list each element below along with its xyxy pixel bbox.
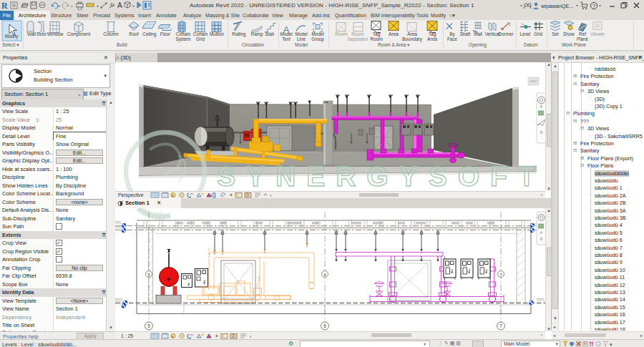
svg-text:Area: Area <box>427 36 437 41</box>
svg-text:Model: Model <box>311 31 323 36</box>
svg-text:5: 5 <box>147 323 150 328</box>
svg-text:Room: Room <box>370 36 383 41</box>
svg-text:Dormer: Dormer <box>499 31 514 36</box>
svg-text:‹: ‹ <box>270 193 272 198</box>
svg-text:7: 7 <box>499 323 502 328</box>
svg-text:A: A <box>117 1 122 9</box>
svg-text:SYNERGYSOFT: SYNERGYSOFT <box>217 161 545 191</box>
svg-text:Line: Line <box>297 36 306 41</box>
svg-text:?: ? <box>592 3 596 9</box>
svg-text:Group: Group <box>311 36 324 42</box>
svg-text:Boundary: Boundary <box>402 36 423 42</box>
svg-text:Level: Level <box>519 31 530 36</box>
svg-text:Railing: Railing <box>232 31 246 37</box>
svg-text:x: x <box>172 334 174 338</box>
svg-text:Roof: Roof <box>129 31 139 36</box>
svg-text:‹: ‹ <box>250 333 252 338</box>
svg-text:Text: Text <box>282 36 291 41</box>
svg-text:Viewer: Viewer <box>590 31 605 36</box>
svg-text:x: x <box>172 193 174 197</box>
svg-text:Wall: Wall <box>474 31 482 36</box>
svg-text:Area: Area <box>389 31 399 36</box>
svg-text:A: A <box>283 24 290 35</box>
svg-text:Vertical: Vertical <box>485 31 500 36</box>
svg-text:R: R <box>1 1 8 10</box>
svg-text:Ceiling: Ceiling <box>142 31 157 37</box>
svg-text:Wall: Wall <box>27 31 36 36</box>
svg-text:Set: Set <box>552 31 559 36</box>
svg-text:WDF: WDF <box>530 79 537 83</box>
svg-text:Area: Area <box>407 31 417 36</box>
svg-text:Room: Room <box>335 31 348 36</box>
svg-text:Column: Column <box>103 31 119 36</box>
svg-text:Floor: Floor <box>160 31 170 36</box>
svg-text:Separator: Separator <box>348 36 369 42</box>
svg-text:Model: Model <box>295 31 307 36</box>
svg-text:Curtain: Curtain <box>193 31 208 36</box>
svg-text:Ref: Ref <box>579 31 586 36</box>
svg-text:6: 6 <box>323 323 326 328</box>
svg-text:Mullion: Mullion <box>210 31 224 36</box>
svg-text:Show: Show <box>563 31 575 36</box>
svg-text:wipawanQE...: wipawanQE... <box>540 3 574 9</box>
svg-text:Plane: Plane <box>577 36 589 41</box>
svg-text:Shaft: Shaft <box>460 31 471 36</box>
svg-text:▾: ▾ <box>610 342 613 347</box>
svg-text:Room: Room <box>351 31 364 36</box>
svg-text:Modify: Modify <box>5 34 19 39</box>
svg-text:System: System <box>176 36 191 42</box>
svg-text:Grid: Grid <box>196 36 205 41</box>
svg-text:Grid: Grid <box>534 31 542 36</box>
svg-text:Face: Face <box>447 36 457 41</box>
